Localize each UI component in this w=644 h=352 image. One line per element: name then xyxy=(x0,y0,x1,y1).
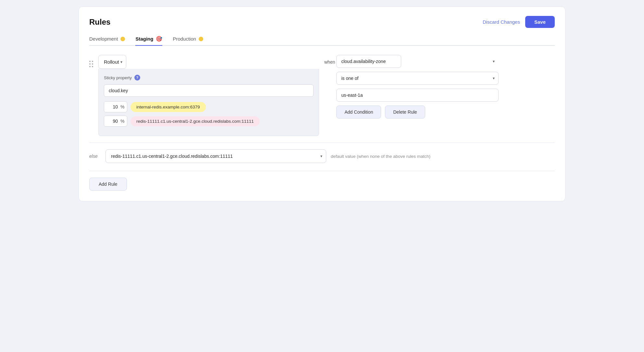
page-title: Rules xyxy=(89,18,110,27)
development-status-dot xyxy=(120,37,125,41)
discard-button[interactable]: Discard Changes xyxy=(483,19,520,25)
percentage-row-1: % internal-redis.example.com:6379 xyxy=(104,101,314,112)
rollout-select[interactable]: Rollout Custom xyxy=(98,55,126,69)
drag-dot xyxy=(89,61,91,62)
bottom-divider xyxy=(89,171,555,171)
drag-dot xyxy=(92,63,93,65)
sticky-property-label: Sticky property ? xyxy=(104,75,314,81)
percentage-row-2: % redis-11111.c1.us-central1-2.gce.cloud… xyxy=(104,116,314,127)
pct-symbol-1: % xyxy=(120,102,127,112)
drag-dot xyxy=(89,63,91,65)
action-buttons: Add Condition Delete Rule xyxy=(336,106,499,119)
staging-icon: 🎯 xyxy=(156,36,162,42)
else-select-wrapper: redis-11111.c1.us-central1-2.gce.cloud.r… xyxy=(105,149,326,163)
drag-dot xyxy=(92,61,93,62)
pct-input-wrap-2: % xyxy=(104,116,127,127)
sticky-property-box: Sticky property ? % internal-redis.examp… xyxy=(98,69,319,136)
tab-development-label: Development xyxy=(89,36,118,42)
tag-yellow-1: internal-redis.example.com:6379 xyxy=(130,102,206,112)
else-select[interactable]: redis-11111.c1.us-central1-2.gce.cloud.r… xyxy=(105,149,326,163)
rule-right-panel: cloud.availability-zone cloud.region clo… xyxy=(336,55,499,119)
production-status-dot xyxy=(199,37,203,41)
header: Rules Discard Changes Save xyxy=(89,16,555,28)
add-rule-button[interactable]: Add Rule xyxy=(89,178,127,191)
when-label: when xyxy=(324,55,335,65)
save-button[interactable]: Save xyxy=(525,16,555,28)
main-content: Rollout Custom ▾ Sticky property ? xyxy=(89,55,555,191)
drag-handle[interactable] xyxy=(89,55,93,67)
tag-pink-2: redis-11111.c1.us-central1-2.gce.cloud.r… xyxy=(130,116,260,126)
rollout-select-wrapper: Rollout Custom ▾ xyxy=(98,55,126,69)
page-container: Rules Discard Changes Save Development S… xyxy=(79,6,565,201)
pct-input-wrap-1: % xyxy=(104,101,127,112)
sticky-help-badge[interactable]: ? xyxy=(134,75,140,81)
rule-right-area: when cloud.availability-zone cloud.regio… xyxy=(324,55,499,119)
section-divider xyxy=(89,143,555,143)
else-row: else redis-11111.c1.us-central1-2.gce.cl… xyxy=(89,149,555,163)
pct-input-2[interactable] xyxy=(104,116,120,126)
drag-dot xyxy=(92,66,93,67)
add-condition-button[interactable]: Add Condition xyxy=(336,106,381,119)
header-actions: Discard Changes Save xyxy=(483,16,555,28)
condition-operator-select[interactable]: is one of is not one of equals does not … xyxy=(336,72,499,85)
else-label: else xyxy=(89,154,101,159)
tab-staging-label: Staging xyxy=(135,36,153,42)
pct-input-1[interactable] xyxy=(104,102,120,112)
tabs-bar: Development Staging 🎯 Production xyxy=(89,36,555,46)
condition-value-input[interactable] xyxy=(336,89,499,102)
pct-symbol-2: % xyxy=(120,116,127,126)
tab-production-label: Production xyxy=(173,36,196,42)
tab-staging[interactable]: Staging 🎯 xyxy=(135,36,162,46)
condition-field-wrapper: cloud.availability-zone cloud.region clo… xyxy=(336,55,499,68)
condition-field-select[interactable]: cloud.availability-zone cloud.region clo… xyxy=(336,55,401,68)
drag-dot xyxy=(89,66,91,67)
condition-field-chevron-icon: ▾ xyxy=(493,59,495,64)
tab-production[interactable]: Production xyxy=(173,36,203,46)
tab-development[interactable]: Development xyxy=(89,36,125,46)
else-description: default value (when none of the above ru… xyxy=(331,154,430,159)
delete-rule-button[interactable]: Delete Rule xyxy=(385,106,425,119)
sticky-property-input[interactable] xyxy=(104,84,314,97)
rule-left-panel: Rollout Custom ▾ Sticky property ? xyxy=(98,55,319,136)
condition-operator-wrapper: is one of is not one of equals does not … xyxy=(336,72,499,85)
rule-row: Rollout Custom ▾ Sticky property ? xyxy=(89,55,555,136)
